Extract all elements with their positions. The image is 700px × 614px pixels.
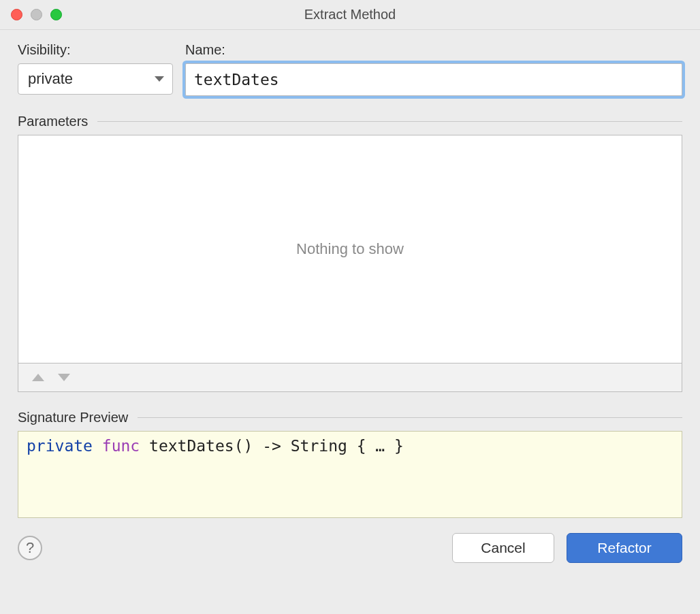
window-minimize-button: [31, 9, 42, 20]
parameters-section-header: Parameters: [18, 114, 682, 129]
parameters-list[interactable]: Nothing to show: [18, 135, 682, 363]
refactor-button[interactable]: Refactor: [567, 533, 682, 563]
signature-section-header: Signature Preview: [18, 410, 682, 425]
signature-preview: private func textDates() -> String { … }: [18, 431, 682, 518]
parameters-empty-text: Nothing to show: [296, 240, 404, 258]
divider: [138, 417, 682, 418]
window-zoom-button[interactable]: [50, 9, 62, 20]
window-title: Extract Method: [0, 7, 700, 22]
divider: [97, 121, 682, 122]
name-label: Name:: [185, 42, 682, 58]
signature-heading: Signature Preview: [18, 410, 128, 425]
parameters-toolbar: [18, 363, 682, 392]
move-up-icon[interactable]: [32, 374, 44, 381]
move-down-icon[interactable]: [58, 374, 70, 381]
chevron-down-icon: [155, 76, 164, 82]
signature-rest: textDates() -> String { … }: [140, 437, 404, 455]
titlebar: Extract Method: [0, 0, 700, 30]
parameters-heading: Parameters: [18, 114, 88, 129]
visibility-value: private: [28, 70, 73, 88]
visibility-label: Visibility:: [18, 42, 173, 58]
signature-func-keyword: func: [102, 437, 140, 455]
name-input[interactable]: [185, 63, 682, 96]
cancel-button[interactable]: Cancel: [452, 533, 554, 563]
visibility-select[interactable]: private: [18, 63, 173, 95]
window-close-button[interactable]: [11, 9, 22, 20]
help-button[interactable]: ?: [18, 536, 42, 560]
traffic-lights: [0, 9, 62, 20]
signature-modifier: private: [27, 437, 93, 455]
